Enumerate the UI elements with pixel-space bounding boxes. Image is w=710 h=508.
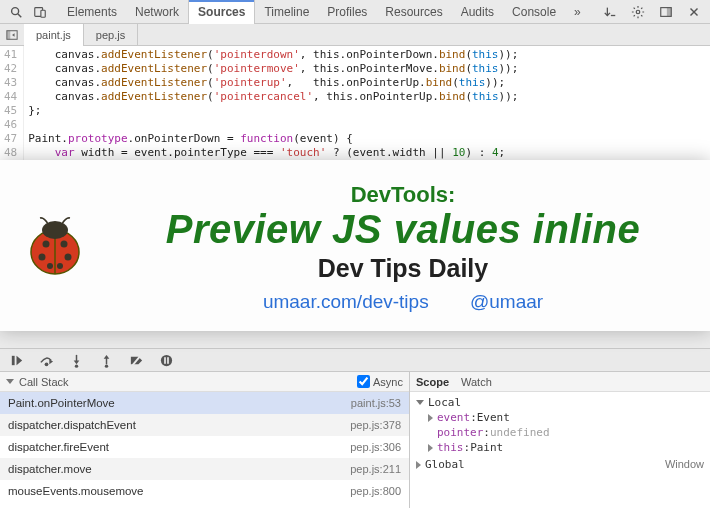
search-icon[interactable] [4,1,28,23]
async-label: Async [373,376,403,388]
svg-point-17 [43,240,50,247]
chevron-down-icon [6,379,14,384]
tab-watch[interactable]: Watch [461,376,492,388]
promo-links: umaar.com/dev-tips @umaar [116,291,690,313]
step-over-icon[interactable] [34,349,58,371]
scope-local-label: Local [428,395,461,410]
file-tab-pep[interactable]: pep.js [84,24,138,46]
svg-point-0 [12,7,19,14]
step-into-icon[interactable] [64,349,88,371]
promo-overlay: DevTools: Preview JS values inline Dev T… [0,160,710,331]
svg-rect-23 [11,355,14,364]
callstack-pane: Call Stack Async Paint.onPointerMove pai… [0,372,410,508]
stack-frame[interactable]: dispatcher.move pep.js:211 [0,458,409,480]
tab-timeline[interactable]: Timeline [255,0,318,24]
stack-frame[interactable]: dispatcher.dispatchEvent pep.js:378 [0,414,409,436]
svg-rect-12 [7,30,10,39]
chevron-right-icon [428,444,433,452]
drawer-toggle-icon[interactable] [598,1,622,23]
close-icon[interactable] [682,1,706,23]
chevron-right-icon [428,414,433,422]
promo-link-site[interactable]: umaar.com/dev-tips [263,291,429,312]
deactivate-breakpoints-icon[interactable] [124,349,148,371]
stack-frame[interactable]: Paint.onPointerMove paint.js:53 [0,392,409,414]
code-lines: canvas.addEventListener('pointerdown', t… [24,46,701,176]
gear-icon[interactable] [626,1,650,23]
svg-point-20 [65,253,72,260]
stack-location: paint.js:53 [351,397,401,409]
svg-line-1 [18,13,22,17]
async-checkbox[interactable]: Async [357,375,403,388]
pause-on-exceptions-icon[interactable] [154,349,178,371]
svg-point-19 [39,253,46,260]
stack-location: pep.js:306 [350,441,401,453]
svg-point-18 [61,240,68,247]
svg-point-32 [104,364,107,367]
resume-icon[interactable] [4,349,28,371]
promo-title: Preview JS values inline [116,208,690,250]
stack-fn: Paint.onPointerMove [8,397,115,409]
promo-link-handle[interactable]: @umaar [470,291,543,312]
svg-marker-24 [16,355,22,364]
debug-toolbar [0,348,710,372]
scope-prop-name: this [437,440,464,455]
stack-fn: dispatcher.move [8,463,92,475]
callstack-title: Call Stack [19,376,69,388]
scope-prop-name: pointer [437,425,483,440]
bottom-panes: Call Stack Async Paint.onPointerMove pai… [0,372,710,508]
stack-fn: dispatcher.dispatchEvent [8,419,136,431]
scope-prop-value: undefined [490,425,550,440]
svg-point-35 [160,354,171,365]
async-checkbox-input[interactable] [357,375,370,388]
scope-entry[interactable]: pointer: undefined [416,425,704,440]
tab-elements[interactable]: Elements [58,0,126,24]
promo-subtitle: Dev Tips Daily [116,254,690,283]
svg-rect-3 [41,10,45,17]
scope-global-label: Global [425,457,465,472]
stack-location: pep.js:378 [350,419,401,431]
svg-marker-13 [12,33,15,36]
svg-point-26 [44,362,48,366]
scope-local[interactable]: Local [416,395,704,410]
tab-console[interactable]: Console [503,0,565,24]
tab-resources[interactable]: Resources [376,0,451,24]
line-gutter: 414243444546474849 [0,46,24,176]
device-icon[interactable] [28,1,52,23]
svg-rect-36 [164,357,166,364]
stack-frame[interactable]: dispatcher.fireEvent pep.js:306 [0,436,409,458]
tab-profiles[interactable]: Profiles [318,0,376,24]
svg-rect-8 [667,7,671,16]
tab-scope[interactable]: Scope [416,376,449,388]
file-tab-paint[interactable]: paint.js [24,24,84,46]
tab-overflow[interactable]: » [565,0,590,24]
main-tabs: Elements Network Sources Timeline Profil… [58,0,590,24]
callstack-rows: Paint.onPointerMove paint.js:53 dispatch… [0,392,409,508]
file-tab-bar: paint.js pep.js [0,24,710,46]
step-out-icon[interactable] [94,349,118,371]
chevron-right-icon [416,461,421,469]
chevron-down-icon [416,400,424,405]
tab-network[interactable]: Network [126,0,188,24]
ladybug-icon [20,212,90,284]
devtools-topbar: Elements Network Sources Timeline Profil… [0,0,710,24]
stack-frame[interactable]: mouseEvents.mousemove pep.js:800 [0,480,409,502]
stack-fn: dispatcher.fireEvent [8,441,109,453]
svg-point-22 [57,263,63,269]
promo-eyebrow: DevTools: [116,182,690,208]
svg-point-21 [47,263,53,269]
navigator-toggle-icon[interactable] [2,25,22,45]
svg-point-6 [636,10,640,14]
scope-global[interactable]: Global Window [416,457,704,472]
svg-point-29 [74,364,77,367]
code-editor[interactable]: 414243444546474849 canvas.addEventListen… [0,46,710,176]
callstack-header[interactable]: Call Stack Async [0,372,409,392]
svg-marker-28 [73,360,79,364]
scope-entry[interactable]: this: Paint [416,440,704,455]
stack-location: pep.js:211 [350,463,401,475]
scope-entry[interactable]: event: Event [416,410,704,425]
tab-sources[interactable]: Sources [188,0,255,24]
stack-location: pep.js:800 [350,485,401,497]
tab-audits[interactable]: Audits [452,0,503,24]
dock-icon[interactable] [654,1,678,23]
svg-marker-31 [103,354,109,358]
